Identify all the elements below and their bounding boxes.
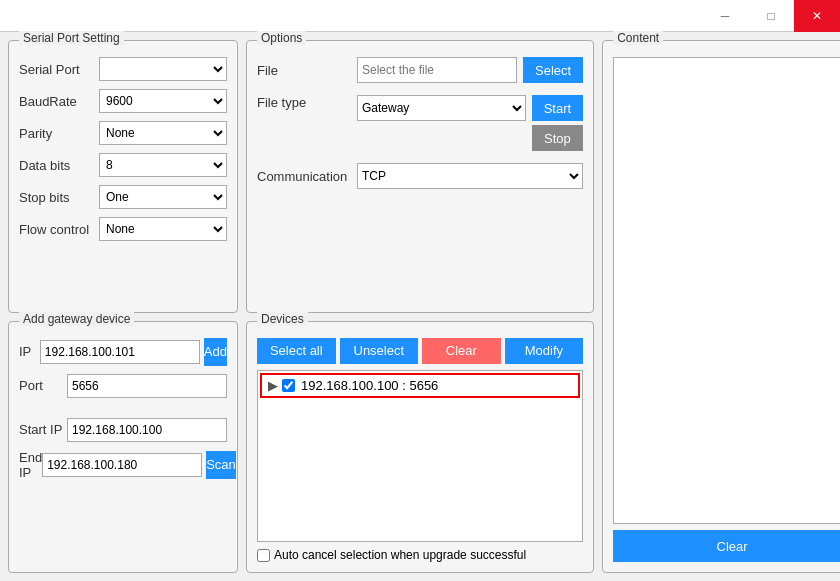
end-ip-label: End IP: [19, 450, 42, 480]
close-button[interactable]: ✕: [794, 0, 840, 32]
start-ip-input[interactable]: [67, 418, 227, 442]
flow-control-select[interactable]: None Hardware Software: [99, 217, 227, 241]
end-ip-input[interactable]: [42, 453, 202, 477]
stop-bits-select[interactable]: One Two: [99, 185, 227, 209]
ip-label: IP: [19, 344, 40, 359]
auto-cancel-row: Auto cancel selection when upgrade succe…: [257, 548, 583, 562]
port-input[interactable]: [67, 374, 227, 398]
expand-icon: ▶: [268, 378, 278, 393]
start-button[interactable]: Start: [532, 95, 583, 121]
add-button[interactable]: Add: [204, 338, 227, 366]
start-ip-label: Start IP: [19, 422, 67, 437]
content-legend: Content: [613, 31, 663, 45]
auto-cancel-checkbox[interactable]: [257, 549, 270, 562]
baud-rate-select[interactable]: 9600 19200 38400 57600 115200: [99, 89, 227, 113]
serial-port-group: Serial Port Setting Serial Port BaudRate…: [8, 40, 238, 313]
device-address: 192.168.100.100 : 5656: [301, 378, 438, 393]
auto-cancel-label: Auto cancel selection when upgrade succe…: [274, 548, 526, 562]
content-area: [613, 57, 840, 524]
unselect-button[interactable]: Unselect: [340, 338, 419, 364]
file-input[interactable]: [357, 57, 517, 83]
ip-input[interactable]: [40, 340, 200, 364]
maximize-button[interactable]: □: [748, 0, 794, 32]
device-checkbox[interactable]: [282, 379, 295, 392]
add-gateway-legend: Add gateway device: [19, 312, 134, 326]
devices-toolbar: Select all Unselect Clear Modify: [257, 338, 583, 364]
minimize-button[interactable]: ─: [702, 0, 748, 32]
file-type-label: File type: [257, 95, 357, 110]
parity-select[interactable]: None Even Odd: [99, 121, 227, 145]
add-gateway-group: Add gateway device IP Add Port Start IP …: [8, 321, 238, 574]
stop-button[interactable]: Stop: [532, 125, 583, 151]
options-legend: Options: [257, 31, 306, 45]
communication-select[interactable]: TCP UDP Serial: [357, 163, 583, 189]
select-button[interactable]: Select: [523, 57, 583, 83]
options-group: Options File Select File type Gateway No…: [246, 40, 594, 313]
table-row[interactable]: ▶ 192.168.100.100 : 5656: [260, 373, 580, 398]
data-bits-label: Data bits: [19, 158, 99, 173]
communication-label: Communication: [257, 169, 357, 184]
file-label: File: [257, 63, 357, 78]
baud-rate-label: BaudRate: [19, 94, 99, 109]
content-clear-button[interactable]: Clear: [613, 530, 840, 562]
file-type-select[interactable]: Gateway Node: [357, 95, 526, 121]
serial-port-legend: Serial Port Setting: [19, 31, 124, 45]
flow-control-label: Flow control: [19, 222, 99, 237]
device-list: ▶ 192.168.100.100 : 5656: [257, 370, 583, 543]
serial-port-select[interactable]: [99, 57, 227, 81]
scan-button[interactable]: Scan: [206, 451, 236, 479]
stop-bits-label: Stop bits: [19, 190, 99, 205]
parity-label: Parity: [19, 126, 99, 141]
devices-legend: Devices: [257, 312, 308, 326]
serial-port-label: Serial Port: [19, 62, 99, 77]
content-group: Content Clear: [602, 40, 840, 573]
devices-group: Devices Select all Unselect Clear Modify…: [246, 321, 594, 574]
data-bits-select[interactable]: 8 7 6 5: [99, 153, 227, 177]
select-all-button[interactable]: Select all: [257, 338, 336, 364]
port-label: Port: [19, 378, 67, 393]
titlebar: ─ □ ✕: [0, 0, 840, 32]
modify-button[interactable]: Modify: [505, 338, 584, 364]
clear-devices-button[interactable]: Clear: [422, 338, 501, 364]
